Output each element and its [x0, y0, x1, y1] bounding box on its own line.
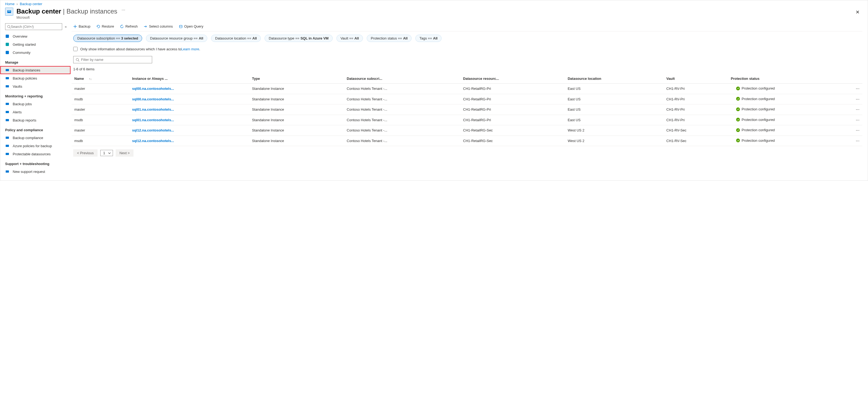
filter-pill[interactable]: Protection status == All: [367, 35, 411, 42]
col-header[interactable]: Name↑↓: [72, 74, 129, 84]
nav-icon: [5, 76, 9, 80]
sidebar-group: Manage: [0, 57, 70, 66]
nav-icon: [5, 118, 9, 122]
sidebar-item-getting-started[interactable]: Getting started: [0, 40, 70, 49]
sidebar-item-azure-policies-for-backup[interactable]: Azure policies for backup: [0, 142, 70, 150]
sidebar-item-backup-reports[interactable]: Backup reports: [0, 116, 70, 124]
col-header[interactable]: Instance or Always ...: [129, 74, 249, 84]
row-menu-icon[interactable]: ···: [853, 84, 862, 94]
cell-type: Standalone Instance: [249, 125, 344, 136]
svg-rect-14: [6, 145, 9, 147]
cell-instance[interactable]: sql00.na.contosohotels...: [129, 84, 249, 94]
col-header[interactable]: Datasource resourc...: [461, 74, 565, 84]
cell-resource-group: CH1-RetailRG-Sec: [461, 125, 565, 136]
filter-pill[interactable]: Datasource location == All: [211, 35, 261, 42]
cell-instance[interactable]: sql12.na.contosohotels...: [129, 125, 249, 136]
filter-pill[interactable]: Datasource resource group == All: [146, 35, 207, 42]
cell-instance[interactable]: sql12.na.contosohotels...: [129, 136, 249, 146]
row-menu-icon[interactable]: ···: [853, 94, 862, 105]
select-columns-button[interactable]: Select columns: [144, 24, 173, 28]
sidebar-item-backup-compliance[interactable]: Backup compliance: [0, 134, 70, 142]
sidebar-item-backup-instances[interactable]: Backup instances: [0, 66, 70, 74]
cell-subscription: Contoso Hotels Tenant -...: [344, 115, 460, 125]
filter-pill[interactable]: Tags == All: [415, 35, 441, 42]
next-button[interactable]: Next >: [116, 149, 133, 157]
row-menu-icon[interactable]: ···: [853, 105, 862, 115]
sort-icon[interactable]: ↑↓: [89, 77, 92, 80]
sidebar-item-backup-jobs[interactable]: Backup jobs: [0, 100, 70, 108]
cell-resource-group: CH1-RetailRG-Pri: [461, 105, 565, 115]
row-menu-icon[interactable]: ···: [853, 115, 862, 125]
filter-pill[interactable]: Datasource subscription == 3 selected: [73, 35, 142, 42]
filter-pill[interactable]: Vault == All: [336, 35, 363, 42]
page-select[interactable]: 1: [100, 150, 113, 156]
cell-subscription: Contoso Hotels Tenant -...: [344, 105, 460, 115]
cell-location: West US 2: [565, 136, 664, 146]
prev-button[interactable]: < Previous: [73, 149, 98, 157]
restore-button[interactable]: Restore: [96, 24, 114, 28]
col-header[interactable]: Datasource subscri...: [344, 74, 460, 84]
success-icon: [736, 118, 740, 121]
row-menu-icon[interactable]: ···: [853, 125, 862, 136]
cell-subscription: Contoso Hotels Tenant -...: [344, 94, 460, 105]
cell-subscription: Contoso Hotels Tenant -...: [344, 136, 460, 146]
sidebar-item-alerts[interactable]: Alerts: [0, 108, 70, 116]
nav-icon: [5, 84, 9, 88]
nav-icon: [5, 169, 9, 174]
svg-rect-5: [6, 43, 9, 46]
header-more-icon[interactable]: ···: [122, 7, 125, 12]
sidebar-search-input[interactable]: [11, 25, 60, 29]
cell-name: master: [72, 105, 129, 115]
cell-name: msdb: [72, 94, 129, 105]
cell-instance[interactable]: sql01.na.contosohotels...: [129, 105, 249, 115]
filter-input[interactable]: [81, 58, 150, 62]
nav-icon: [5, 102, 9, 106]
col-header[interactable]: Protection status: [728, 74, 853, 84]
sidebar-item-protectable-datasources[interactable]: Protectable datasources: [0, 150, 70, 158]
nav-icon: [5, 110, 9, 114]
sidebar-search[interactable]: [5, 23, 62, 30]
col-header[interactable]: Datasource location: [565, 74, 664, 84]
svg-point-18: [76, 58, 79, 61]
svg-line-19: [79, 60, 80, 61]
col-header[interactable]: Vault: [664, 74, 728, 84]
col-header[interactable]: Type: [249, 74, 344, 84]
cell-name: master: [72, 125, 129, 136]
cell-vault: CH1-RV-Pri: [664, 84, 728, 94]
cell-resource-group: CH1-RetailRG-Pri: [461, 84, 565, 94]
sidebar-group: Policy and compliance: [0, 124, 70, 134]
cell-resource-group: CH1-RetailRG-Sec: [461, 136, 565, 146]
close-icon[interactable]: ✕: [852, 7, 863, 17]
sidebar-item-new-support-request[interactable]: New support request: [0, 167, 70, 176]
table-row: msdbsql01.na.contosohotels...Standalone …: [72, 115, 862, 125]
breadcrumb: Home › Backup center: [0, 0, 868, 7]
open-query-button[interactable]: Open Query: [179, 24, 204, 28]
filter-by-name[interactable]: [73, 56, 152, 63]
svg-rect-4: [6, 35, 9, 38]
search-icon: [7, 25, 11, 29]
cell-instance[interactable]: sql01.na.contosohotels...: [129, 115, 249, 125]
sidebar-item-overview[interactable]: Overview: [0, 32, 70, 40]
breadcrumb-home[interactable]: Home: [5, 2, 14, 6]
cell-type: Standalone Instance: [249, 84, 344, 94]
collapse-sidebar-icon[interactable]: «: [65, 25, 67, 29]
breadcrumb-backup-center[interactable]: Backup center: [20, 2, 42, 6]
cell-vault: CH1-RV-Pri: [664, 105, 728, 115]
row-menu-icon[interactable]: ···: [853, 136, 862, 146]
svg-rect-1: [8, 11, 10, 11]
filter-pill[interactable]: Datasource type == SQL in Azure VM: [265, 35, 332, 42]
cell-status: Protection configured: [728, 84, 853, 94]
success-icon: [736, 107, 740, 111]
breadcrumb-sep: ›: [17, 2, 18, 6]
sidebar-item-community[interactable]: Community: [0, 49, 70, 57]
refresh-button[interactable]: Refresh: [120, 24, 138, 28]
sidebar-item-vaults[interactable]: Vaults: [0, 82, 70, 90]
cell-subscription: Contoso Hotels Tenant -...: [344, 125, 460, 136]
only-show-checkbox[interactable]: [73, 47, 78, 51]
learn-more-link[interactable]: Learn more: [181, 47, 199, 51]
cell-instance[interactable]: sql00.na.contosohotels...: [129, 94, 249, 105]
backup-button[interactable]: Backup: [73, 24, 90, 28]
search-icon: [76, 58, 80, 62]
table-row: mastersql12.na.contosohotels...Standalon…: [72, 125, 862, 136]
sidebar-item-backup-policies[interactable]: Backup policies: [0, 74, 70, 82]
